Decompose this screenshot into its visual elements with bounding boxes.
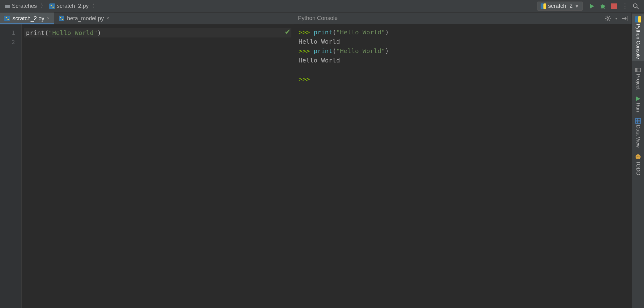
checkmark-icon: ✔ — [285, 27, 291, 36]
chevron-right-icon: 〉 — [92, 3, 98, 9]
tool-todo[interactable]: TODO — [635, 154, 641, 175]
token-fn: print — [314, 47, 332, 55]
token-paren: ) — [385, 47, 389, 55]
svg-point-2 — [52, 7, 54, 8]
console-body[interactable]: >>> print("Hello World") Hello World >>>… — [294, 24, 632, 308]
hide-panel-icon[interactable] — [622, 16, 628, 21]
todo-icon — [635, 154, 641, 160]
python-file-icon — [4, 16, 10, 21]
token-string: "Hello World" — [336, 28, 385, 36]
python-file-icon — [49, 3, 55, 9]
prompt: >>> — [299, 47, 310, 55]
table-icon — [635, 118, 641, 124]
run-button[interactable] — [587, 2, 596, 11]
dropdown-icon: ▼ — [574, 3, 579, 9]
close-icon[interactable]: × — [47, 16, 50, 21]
console-output: Hello World — [299, 37, 627, 46]
svg-rect-16 — [638, 16, 641, 22]
svg-point-21 — [637, 156, 637, 156]
chevron-right-icon: 〉 — [40, 3, 46, 9]
tab-betamodel[interactable]: beta_model.py × — [54, 12, 114, 24]
python-icon — [635, 16, 641, 22]
breadcrumb: Scratches 〉 scratch_2.py 〉 — [2, 2, 98, 10]
token-paren: ( — [45, 29, 48, 37]
search-button[interactable] — [632, 2, 640, 11]
token-fn: print — [26, 29, 45, 37]
svg-point-12 — [60, 17, 61, 18]
breadcrumb-file[interactable]: scratch_2.py — [47, 2, 91, 10]
tool-project[interactable]: Project — [635, 67, 641, 90]
svg-point-7 — [633, 4, 637, 7]
run-icon — [635, 96, 641, 102]
editor-tab-bar: scratch_2.py × beta_model.py × — [0, 12, 294, 24]
svg-point-14 — [607, 17, 609, 19]
svg-rect-8 — [4, 16, 10, 21]
console-header: Python Console ▾ — [294, 12, 632, 24]
project-icon — [635, 67, 641, 73]
breadcrumb-scratches[interactable]: Scratches — [2, 2, 39, 10]
svg-point-13 — [62, 19, 63, 20]
breadcrumb-label: scratch_2.py — [57, 3, 89, 9]
breadcrumb-label: Scratches — [12, 3, 37, 9]
console-line: >>> print("Hello World") — [299, 27, 627, 37]
svg-point-9 — [6, 17, 7, 18]
token-paren: ) — [97, 29, 101, 37]
svg-rect-19 — [636, 118, 641, 123]
console-pane: Python Console ▾ >>> print("Hello World"… — [294, 12, 632, 308]
svg-point-22 — [638, 156, 639, 156]
console-output: Hello World — [299, 56, 627, 65]
console-line: >>> print("Hello World") — [299, 46, 627, 56]
console-line: >>> — [299, 74, 627, 84]
svg-rect-4 — [543, 3, 546, 9]
editor-pane: scratch_2.py × beta_model.py × 1 2 print… — [0, 12, 294, 308]
run-config-selector[interactable]: scratch_2 ▼ — [537, 2, 583, 11]
line-number: 1 — [0, 28, 15, 37]
svg-point-1 — [51, 5, 52, 6]
code-area[interactable]: print("Hello World") — [21, 24, 294, 308]
line-number: 2 — [0, 37, 15, 47]
tab-label: beta_model.py — [67, 15, 104, 22]
tool-label: Run — [635, 103, 641, 112]
tool-label: Project — [635, 74, 641, 90]
folder-icon — [4, 4, 10, 9]
tool-label: Python Console — [635, 24, 641, 59]
tool-data-view[interactable]: Data View — [635, 118, 641, 148]
token-string: "Hello World" — [48, 29, 97, 37]
tool-label: Data View — [635, 125, 641, 148]
tool-label: TODO — [635, 161, 641, 175]
tab-scratch2[interactable]: scratch_2.py × — [0, 12, 54, 24]
stop-button[interactable] — [610, 2, 618, 11]
run-config-label: scratch_2 — [548, 3, 572, 9]
close-icon[interactable]: × — [107, 16, 109, 21]
gutter: 1 2 — [0, 24, 21, 308]
console-title: Python Console — [298, 15, 338, 22]
prompt: >>> — [299, 75, 310, 83]
token-paren: ( — [332, 28, 336, 36]
editor-body[interactable]: 1 2 print("Hello World") ✔ — [0, 24, 294, 308]
svg-rect-18 — [636, 68, 637, 72]
token-paren: ( — [332, 47, 336, 55]
token-paren: ) — [385, 28, 389, 36]
python-icon — [541, 3, 546, 9]
gear-icon[interactable] — [605, 15, 611, 22]
svg-point-10 — [7, 19, 9, 20]
token-fn: print — [314, 28, 332, 36]
svg-point-20 — [636, 154, 641, 159]
right-tool-strip: Python Console Project Run Data View TOD… — [632, 12, 644, 308]
svg-rect-0 — [49, 3, 55, 9]
more-icon[interactable]: ⋮ — [622, 2, 628, 10]
main-area: scratch_2.py × beta_model.py × 1 2 print… — [0, 12, 644, 308]
tool-run[interactable]: Run — [635, 96, 641, 112]
prompt: >>> — [299, 28, 310, 36]
svg-rect-6 — [611, 3, 617, 9]
python-file-icon — [59, 16, 64, 21]
tool-python-console[interactable]: Python Console — [632, 14, 644, 61]
code-line: print("Hello World") — [24, 28, 291, 37]
toolbar: Scratches 〉 scratch_2.py 〉 scratch_2 ▼ ⋮ — [0, 0, 644, 12]
tab-label: scratch_2.py — [12, 15, 44, 22]
debug-button[interactable] — [598, 2, 607, 11]
token-string: "Hello World" — [336, 47, 385, 55]
svg-rect-11 — [59, 16, 64, 21]
dropdown-icon[interactable]: ▾ — [615, 16, 617, 21]
